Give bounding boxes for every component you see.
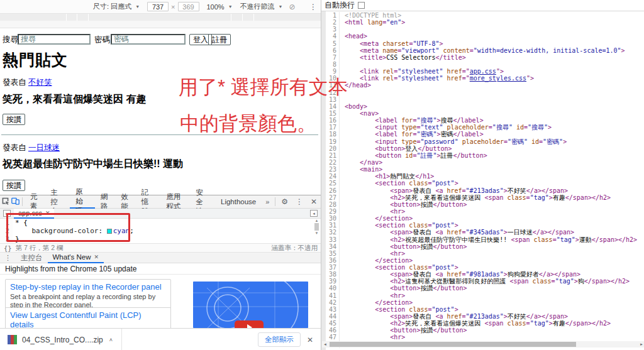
devtools-tab-應用程式[interactable]: 應用程式 bbox=[160, 195, 190, 209]
source-line: 32 <span>發表自 <a href="#345adas">一日球迷</a>… bbox=[326, 229, 644, 236]
pretty-print-icon[interactable]: {} bbox=[4, 244, 12, 252]
code-token: id bbox=[405, 152, 413, 159]
code-token: "密碼" bbox=[508, 138, 528, 145]
source-line-number: 22 bbox=[326, 159, 340, 166]
zoom-dropdown[interactable]: 100% ▼ bbox=[207, 3, 233, 11]
devtools-tab-元素[interactable]: 元素 bbox=[25, 195, 45, 209]
code-token: <span bbox=[484, 320, 507, 327]
code-token: <h2> bbox=[390, 236, 405, 243]
viewport-width-input[interactable] bbox=[147, 2, 169, 11]
scrollbar-thumb[interactable] bbox=[330, 342, 576, 347]
code-token: > bbox=[455, 180, 458, 187]
throttle-dropdown[interactable]: 不進行節流 ▼ bbox=[240, 2, 283, 11]
devtools-tab-Lighthouse[interactable]: Lighthouse bbox=[215, 195, 262, 209]
source-code-text bbox=[340, 61, 345, 68]
code-token: 按讚 bbox=[420, 243, 433, 250]
code-token: </section> bbox=[375, 299, 413, 306]
drawer-kebab-icon[interactable]: ⋮ bbox=[0, 254, 16, 262]
source-line: 18 <label for="密碼">密碼</label> bbox=[326, 131, 644, 138]
editor-scrollbar[interactable]: ▲ ▼ bbox=[313, 219, 320, 243]
source-code-text: <hr> bbox=[340, 334, 405, 341]
code-token: "width=device-width, initial-scale=1.0" bbox=[474, 47, 621, 54]
editor-pane-toggle-icon[interactable]: ◂ bbox=[310, 210, 318, 217]
source-code-text: <input type="password" placeholder="密碼" … bbox=[340, 138, 567, 145]
source-line: 35 <hr> bbox=[326, 250, 644, 257]
code-token: "> bbox=[496, 68, 504, 75]
code-token: <span> bbox=[390, 187, 413, 194]
drawer-tab-close-icon[interactable]: ✕ bbox=[94, 254, 99, 260]
code-token: =" bbox=[462, 75, 470, 82]
like-button[interactable]: 按讚 bbox=[3, 180, 25, 191]
code-token: <meta bbox=[360, 47, 382, 54]
inspect-icon[interactable] bbox=[0, 196, 10, 207]
show-all-downloads-button[interactable]: 全部顯示 bbox=[258, 332, 301, 347]
chevron-down-icon: ▼ bbox=[279, 4, 283, 9]
pane-edge-strip bbox=[321, 11, 326, 350]
device-toolbar-icon[interactable] bbox=[10, 196, 20, 207]
scroll-up-icon[interactable]: ▲ bbox=[313, 219, 320, 222]
code-token: "text" bbox=[420, 124, 443, 131]
screenshot-root: 尺寸: 回應式 ▼ × 100% ▼ 不進行節流 ▼ ⊘ ⋮ 搜尋 bbox=[0, 0, 644, 350]
toolbar-kebab-icon[interactable]: ⋮ bbox=[309, 3, 317, 11]
code-token: 發表自 bbox=[413, 229, 435, 236]
download-caret-icon[interactable]: ˄ bbox=[109, 337, 113, 343]
devtools-tab-主控台[interactable]: 主控台 bbox=[45, 195, 70, 209]
wrap-checkbox[interactable] bbox=[358, 2, 365, 9]
post-author-link[interactable]: 一日球迷 bbox=[28, 143, 60, 152]
devtools-tab-安全性[interactable]: 安全性 bbox=[190, 195, 215, 209]
scroll-down-icon[interactable]: ▼ bbox=[313, 231, 320, 235]
source-line: 7 <title>CSS Selectors</title> bbox=[326, 54, 644, 61]
download-filename[interactable]: 04_CSS_Intro_CO....zip bbox=[22, 336, 103, 344]
horizontal-scrollbar[interactable]: ◄ ► bbox=[322, 341, 644, 347]
download-bar-close-icon[interactable]: ✕ bbox=[301, 336, 321, 344]
devtools-kebab-icon[interactable]: ⋮ bbox=[292, 197, 307, 206]
source-line: 34 <button>按讚</button> bbox=[326, 243, 644, 250]
source-code-text: <head> bbox=[340, 33, 367, 40]
stylesheet-link[interactable]: more_styles.css bbox=[470, 75, 526, 82]
source-line-number: 27 bbox=[326, 194, 340, 201]
source-line-number: 30 bbox=[326, 215, 340, 222]
like-button[interactable]: 按讚 bbox=[3, 114, 25, 125]
scroll-left-icon[interactable]: ◄ bbox=[323, 341, 327, 347]
password-input[interactable]: 密碼 bbox=[111, 34, 186, 45]
code-token: class bbox=[409, 180, 428, 187]
more-tabs-icon[interactable]: » bbox=[262, 198, 273, 205]
scrollbar-thumb[interactable] bbox=[314, 223, 319, 231]
annotation-text-line1: 用了* 選擇所有文本 bbox=[179, 74, 348, 101]
code-token: "stylesheet" bbox=[397, 68, 443, 75]
viewport-height-input[interactable] bbox=[178, 2, 199, 11]
devtools-tabbar: 元素主控台原始碼網路效能記憶體應用程式安全性Lighthouse » ⚙ ⋮ ✕ bbox=[0, 195, 321, 209]
rotate-disabled-icon[interactable]: ⊘ bbox=[289, 3, 296, 11]
code-token: <label bbox=[375, 131, 401, 138]
code-token: 按讚 bbox=[420, 201, 433, 208]
code-token: 熱門貼文 bbox=[390, 173, 415, 180]
code-token: rel bbox=[382, 68, 394, 75]
devtools-tab-記憶體[interactable]: 記憶體 bbox=[136, 195, 161, 209]
devtools-tab-原始碼[interactable]: 原始碼 bbox=[70, 195, 95, 209]
devtools-close-icon[interactable]: ✕ bbox=[307, 197, 321, 206]
drawer-tab-What's New[interactable]: What's New✕ bbox=[48, 253, 104, 263]
register-button[interactable]: 註冊 bbox=[208, 34, 231, 45]
post-author-link[interactable]: 不好笑 bbox=[28, 78, 52, 87]
source-code-text: </section> bbox=[340, 299, 413, 306]
code-token: "搜尋" bbox=[416, 117, 436, 124]
code-token: </title> bbox=[436, 54, 466, 61]
source-line-number: 21 bbox=[326, 152, 340, 159]
scroll-right-icon[interactable]: ► bbox=[640, 341, 643, 347]
throttle-label: 不進行節流 bbox=[240, 2, 275, 11]
video-thumbnail[interactable] bbox=[193, 282, 308, 328]
whats-new-card-title[interactable]: View Largest Contentful Paint (LCP) deta… bbox=[10, 310, 166, 328]
source-line: 3 bbox=[326, 26, 644, 33]
code-token bbox=[345, 327, 390, 334]
search-input[interactable]: 搜尋 bbox=[18, 34, 91, 45]
device-type-dropdown[interactable]: 尺寸: 回應式 ▼ bbox=[93, 2, 140, 11]
gear-icon[interactable]: ⚙ bbox=[277, 197, 292, 206]
stylesheet-link[interactable]: app.css bbox=[470, 68, 496, 75]
devtools-tab-網路[interactable]: 網路 bbox=[95, 195, 115, 209]
whats-new-card-title[interactable]: Step-by-step replay in the Recorder pane… bbox=[10, 282, 166, 292]
code-token: 狗狗愛好者 bbox=[508, 271, 539, 278]
source-line-number: 35 bbox=[326, 250, 340, 257]
source-line: 15 <nav> bbox=[326, 110, 644, 117]
devtools-tab-效能[interactable]: 效能 bbox=[115, 195, 135, 209]
drawer-tab-主控台[interactable]: 主控台 bbox=[16, 253, 48, 263]
